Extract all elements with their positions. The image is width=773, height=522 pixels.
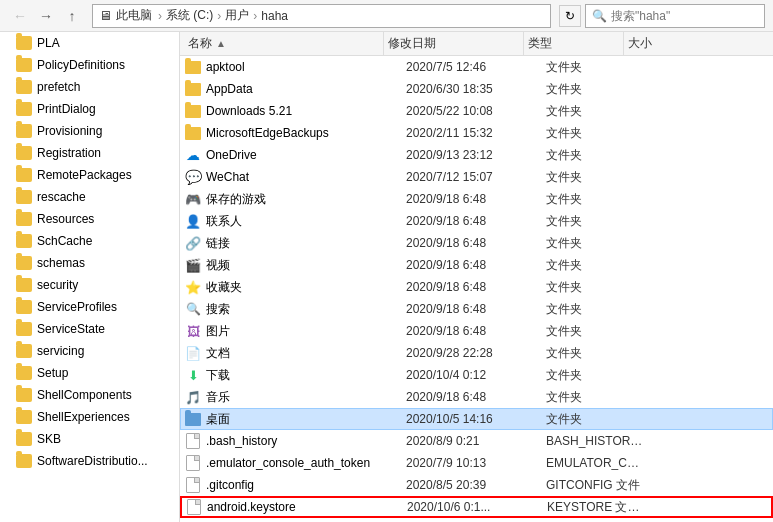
col-header-size[interactable]: 大小 xyxy=(624,32,684,55)
file-date: 2020/9/18 6:48 xyxy=(406,280,546,294)
onedrive-icon: ☁ xyxy=(185,148,201,162)
file-date: 2020/9/18 6:48 xyxy=(406,192,546,206)
sidebar-item-servicestate[interactable]: ServiceState xyxy=(0,318,179,340)
file-name: .bash_history xyxy=(206,434,406,448)
file-type: GITCONFIG 文件 xyxy=(546,477,646,494)
table-row[interactable]: 🎬 视频 2020/9/18 6:48 文件夹 xyxy=(180,254,773,276)
file-date: 2020/6/30 18:35 xyxy=(406,82,546,96)
sidebar-item-serviceprofiles[interactable]: ServiceProfiles xyxy=(0,296,179,318)
table-row[interactable]: Downloads 5.21 2020/5/22 10:08 文件夹 xyxy=(180,100,773,122)
file-name: Downloads 5.21 xyxy=(206,104,406,118)
doc-icon: 📄 xyxy=(185,346,201,360)
sort-arrow-icon: ▲ xyxy=(216,38,226,49)
address-bar[interactable]: 🖥 此电脑 › 系统 (C:) › 用户 › haha xyxy=(92,4,551,28)
file-type: 文件夹 xyxy=(546,81,646,98)
sidebar-item-security[interactable]: security xyxy=(0,274,179,296)
sidebar-item-servicing[interactable]: servicing xyxy=(0,340,179,362)
file-type: BASH_HISTORY ... xyxy=(546,434,646,448)
sidebar-item-skb[interactable]: SKB xyxy=(0,428,179,450)
file-date: 2020/7/5 12:46 xyxy=(406,60,546,74)
file-type: 文件夹 xyxy=(546,323,646,340)
table-row[interactable]: ☁ OneDrive 2020/9/13 23:12 文件夹 xyxy=(180,144,773,166)
search-bar[interactable]: 🔍 xyxy=(585,4,765,28)
search-small-icon: 🔍 xyxy=(185,302,201,316)
file-icon xyxy=(185,434,201,448)
table-row[interactable]: 🎮 保存的游戏 2020/9/18 6:48 文件夹 xyxy=(180,188,773,210)
sidebar-item-pla[interactable]: PLA xyxy=(0,32,179,54)
sidebar-item-printdialog[interactable]: PrintDialog xyxy=(0,98,179,120)
table-row[interactable]: apktool 2020/7/5 12:46 文件夹 xyxy=(180,56,773,78)
file-type: 文件夹 xyxy=(546,169,646,186)
star-icon: ⭐ xyxy=(185,280,201,294)
file-name: .emulator_console_auth_token xyxy=(206,456,406,470)
folder-icon xyxy=(16,256,32,270)
folder-icon xyxy=(185,60,201,74)
file-type: KEYSTORE 文件和博客 xyxy=(547,499,647,516)
table-row[interactable]: ⭐ 收藏夹 2020/9/18 6:48 文件夹 xyxy=(180,276,773,298)
folder-icon xyxy=(16,454,32,468)
folder-icon xyxy=(16,300,32,314)
table-row[interactable]: 🔍 搜索 2020/9/18 6:48 文件夹 xyxy=(180,298,773,320)
sidebar-item-softwaredistribution[interactable]: SoftwareDistributio... xyxy=(0,450,179,472)
sidebar-item-remotepackages[interactable]: RemotePackages xyxy=(0,164,179,186)
link-icon: 🔗 xyxy=(185,236,201,250)
sidebar-item-provisioning[interactable]: Provisioning xyxy=(0,120,179,142)
file-type: 文件夹 xyxy=(546,125,646,142)
table-row[interactable]: .emulator_console_auth_token 2020/7/9 10… xyxy=(180,452,773,474)
file-date: 2020/9/18 6:48 xyxy=(406,390,546,404)
file-type: EMULATOR_CO... xyxy=(546,456,646,470)
table-row[interactable]: 💬 WeChat 2020/7/12 15:07 文件夹 xyxy=(180,166,773,188)
right-panel: 名称 ▲ 修改日期 类型 大小 apktool 2020/7/5 12:46 文… xyxy=(180,32,773,522)
sidebar-item-schemas[interactable]: schemas xyxy=(0,252,179,274)
file-type: 文件夹 xyxy=(546,411,646,428)
folder-icon xyxy=(16,190,32,204)
sidebar-item-rescache[interactable]: rescache xyxy=(0,186,179,208)
sidebar-item-registration[interactable]: Registration xyxy=(0,142,179,164)
file-name: AppData xyxy=(206,82,406,96)
folder-icon xyxy=(16,432,32,446)
game-icon: 🎮 xyxy=(185,192,201,206)
folder-icon xyxy=(16,102,32,116)
file-date: 2020/7/9 10:13 xyxy=(406,456,546,470)
video-icon: 🎬 xyxy=(185,258,201,272)
table-row[interactable]: 桌面 2020/10/5 14:16 文件夹 xyxy=(180,408,773,430)
table-row[interactable]: .bash_history 2020/8/9 0:21 BASH_HISTORY… xyxy=(180,430,773,452)
table-row[interactable]: 🎵 音乐 2020/9/18 6:48 文件夹 xyxy=(180,386,773,408)
file-date: 2020/10/6 0:1... xyxy=(407,500,547,514)
table-row[interactable]: AppData 2020/6/30 18:35 文件夹 xyxy=(180,78,773,100)
forward-button[interactable]: → xyxy=(34,4,58,28)
file-date: 2020/2/11 15:32 xyxy=(406,126,546,140)
sidebar-item-schcache[interactable]: SchCache xyxy=(0,230,179,252)
file-type: 文件夹 xyxy=(546,235,646,252)
folder-icon xyxy=(16,212,32,226)
table-row[interactable]: 📄 文档 2020/9/28 22:28 文件夹 xyxy=(180,342,773,364)
table-row[interactable]: MicrosoftEdgeBackups 2020/2/11 15:32 文件夹 xyxy=(180,122,773,144)
search-input[interactable] xyxy=(611,9,761,23)
col-header-type[interactable]: 类型 xyxy=(524,32,624,55)
folder-icon xyxy=(16,234,32,248)
folder-icon xyxy=(16,58,32,72)
folder-icon xyxy=(16,146,32,160)
sidebar-item-setup[interactable]: Setup xyxy=(0,362,179,384)
file-name: android.keystore xyxy=(207,500,407,514)
sidebar-item-shellexperiences[interactable]: ShellExperiences xyxy=(0,406,179,428)
refresh-button[interactable]: ↻ xyxy=(559,5,581,27)
up-button[interactable]: ↑ xyxy=(60,4,84,28)
back-button[interactable]: ← xyxy=(8,4,32,28)
table-row[interactable]: ⬇ 下载 2020/10/4 0:12 文件夹 xyxy=(180,364,773,386)
sidebar-item-shellcomponents[interactable]: ShellComponents xyxy=(0,384,179,406)
table-row[interactable]: 🔗 链接 2020/9/18 6:48 文件夹 xyxy=(180,232,773,254)
folder-icon xyxy=(16,168,32,182)
folder-icon xyxy=(16,36,32,50)
table-row[interactable]: .gitconfig 2020/8/5 20:39 GITCONFIG 文件 xyxy=(180,474,773,496)
sidebar-item-policydefinitions[interactable]: PolicyDefinitions xyxy=(0,54,179,76)
table-row-android-keystore[interactable]: android.keystore 2020/10/6 0:1... KEYSTO… xyxy=(180,496,773,518)
table-row[interactable]: 👤 联系人 2020/9/18 6:48 文件夹 xyxy=(180,210,773,232)
sidebar-item-prefetch[interactable]: prefetch xyxy=(0,76,179,98)
file-icon xyxy=(185,478,201,492)
folder-icon xyxy=(16,80,32,94)
col-header-name[interactable]: 名称 ▲ xyxy=(184,32,384,55)
col-header-date[interactable]: 修改日期 xyxy=(384,32,524,55)
sidebar-item-resources[interactable]: Resources xyxy=(0,208,179,230)
table-row[interactable]: 🖼 图片 2020/9/18 6:48 文件夹 xyxy=(180,320,773,342)
